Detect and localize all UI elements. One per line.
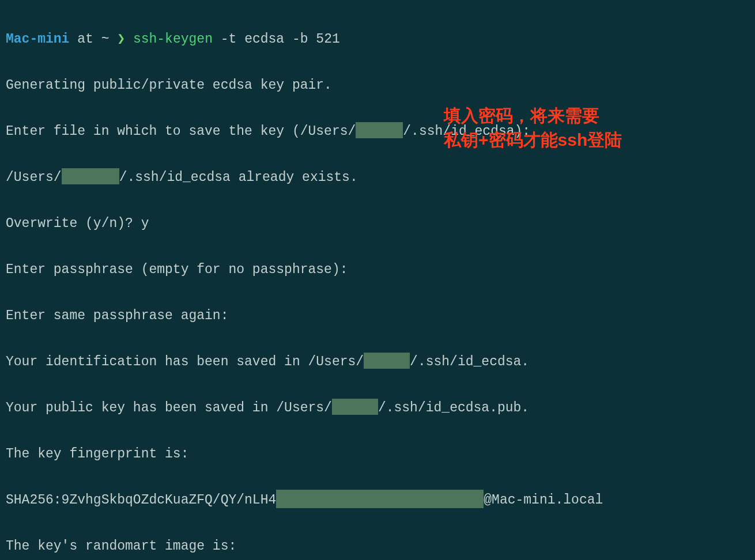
output-line: /Users//.ssh/id_ecdsa already exists. [6,166,749,189]
redacted-block [276,490,484,508]
output-line: Your identification has been saved in /U… [6,350,749,373]
text: SHA256:9ZvhgSkbqOZdcKuaZFQ/QY/nLH4 [6,493,276,508]
prompt-at: at [69,32,101,47]
text: /.ssh/id_ecdsa already exists. [119,170,358,185]
prompt-arrow-icon: ❯ [109,32,133,47]
text: Your public key has been saved in /Users… [6,400,332,415]
redacted-block [332,399,378,415]
output-line: Overwrite (y/n)? y [6,212,749,235]
text: /.ssh/id_ecdsa.pub. [378,400,529,415]
annotation-line-1: 填入密码，将来需要 [444,104,622,128]
output-line: The key fingerprint is: [6,442,749,466]
text: @Mac-mini.local [484,493,603,508]
output-line: Your public key has been saved in /Users… [6,396,749,419]
prompt-host: Mac-mini [6,32,69,47]
command: ssh-keygen [133,32,213,47]
output-line: Generating public/private ecdsa key pair… [6,74,749,97]
output-line: Enter same passphrase again: [6,304,749,327]
annotation-line-2: 私钥+密码才能ssh登陆 [444,128,622,152]
terminal-output: Mac-mini at ~ ❯ ssh-keygen -t ecdsa -b 5… [0,0,755,560]
prompt-line[interactable]: Mac-mini at ~ ❯ ssh-keygen -t ecdsa -b 5… [6,28,749,51]
text: /Users/ [6,170,62,185]
redacted-block [356,122,403,138]
text: /.ssh/id_ecdsa. [410,354,529,369]
prompt-cwd: ~ [101,32,110,47]
text: Enter file in which to save the key (/Us… [6,124,356,139]
redacted-block [364,353,410,369]
command-args: -t ecdsa -b 521 [213,32,340,47]
output-line: Enter passphrase (empty for no passphras… [6,258,749,281]
output-line: SHA256:9ZvhgSkbqOZdcKuaZFQ/QY/nLH4@Mac-m… [6,489,749,512]
text: Your identification has been saved in /U… [6,354,364,369]
annotation-overlay: 填入密码，将来需要 私钥+密码才能ssh登陆 [444,104,622,152]
output-line: Enter file in which to save the key (/Us… [6,120,749,143]
redacted-block [62,168,119,184]
output-line: The key's randomart image is: [6,535,749,558]
